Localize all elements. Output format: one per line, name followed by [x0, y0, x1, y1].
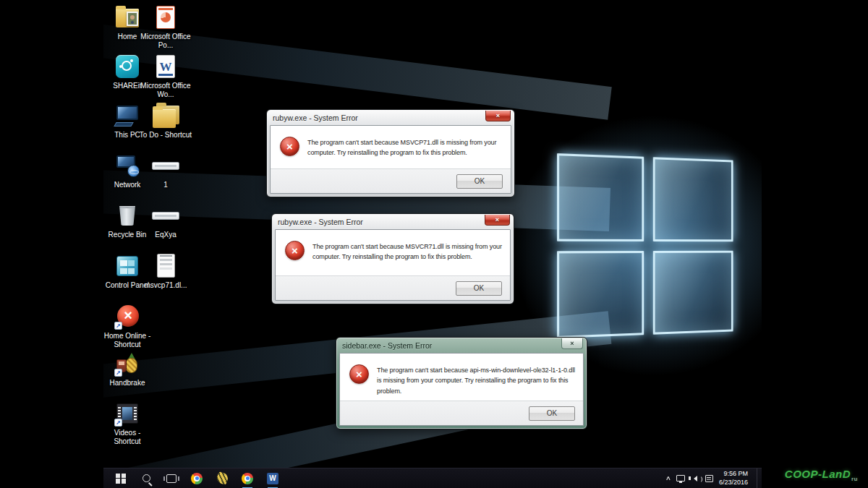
- dll-file-icon: [152, 253, 179, 279]
- word-doc-icon: W: [152, 53, 179, 80]
- folder-icon: [152, 103, 179, 129]
- watermark-text: COOP-LanD: [785, 468, 851, 480]
- tray-expand-icon[interactable]: ∧: [665, 475, 671, 481]
- watermark-suffix: ru: [851, 476, 858, 482]
- icon-label: Microsoft Office Wo...: [139, 82, 192, 99]
- taskbar-app-button[interactable]: [216, 472, 229, 485]
- shortcut-arrow-icon: ➚: [114, 369, 122, 377]
- action-center-icon[interactable]: [705, 475, 713, 482]
- search-icon: [142, 474, 150, 482]
- icon-label: To Do - Shortcut: [139, 131, 192, 140]
- error-icon: ×: [280, 137, 299, 156]
- dialog-title: rubyw.exe - System Error: [273, 114, 485, 122]
- word-icon: W: [267, 473, 278, 484]
- windows-logo-pane: [653, 250, 733, 334]
- taskbar-chrome-open-button[interactable]: [241, 472, 254, 485]
- dialog-titlebar[interactable]: rubyw.exe - System Error ×: [267, 110, 514, 125]
- dialog-message: The program can't start because MSVCR71.…: [312, 241, 503, 273]
- error-icon: ×: [285, 241, 305, 260]
- close-button[interactable]: ×: [485, 111, 511, 121]
- ok-button[interactable]: OK: [456, 174, 503, 189]
- windows-start-icon: [116, 474, 126, 484]
- close-button[interactable]: ×: [485, 215, 510, 226]
- brush-app-icon: [215, 471, 229, 485]
- chrome-icon: [191, 473, 203, 484]
- chrome-icon: [242, 473, 253, 484]
- windows-logo-pane: [653, 157, 733, 241]
- error-icon: ×: [349, 364, 369, 384]
- start-button[interactable]: [114, 472, 127, 485]
- desktop-icon-ms-office-word[interactable]: W Microsoft Office Wo...: [139, 53, 192, 99]
- home-folder-icon: [114, 4, 141, 30]
- shortcut-arrow-icon: ➚: [114, 419, 122, 427]
- close-button[interactable]: ×: [561, 338, 583, 349]
- taskbar-clock[interactable]: 9:56 PM 6/23/2016: [719, 470, 751, 487]
- dialog-title: rubyw.exe - System Error: [278, 218, 485, 226]
- desktop-icon-eqxya[interactable]: EqXya: [139, 202, 192, 239]
- red-x-icon: ×➚: [114, 304, 141, 330]
- desktop-icon-ms-office-powerpoint[interactable]: Microsoft Office Po...: [139, 4, 192, 50]
- ok-button[interactable]: OK: [529, 406, 575, 421]
- desktop-icon-handbrake[interactable]: ➚ Handbrake: [101, 351, 154, 388]
- volume-icon[interactable]: [691, 476, 699, 481]
- dialog-body: × The program can't start because MSVCP7…: [270, 125, 511, 194]
- coop-land-watermark: COOP-LanDru: [785, 468, 858, 482]
- windows-hero-logo: [557, 153, 733, 338]
- dialog-message: The program can't start because api-ms-w…: [377, 364, 576, 398]
- dialog-sidebar-ole32: sidebar.exe - System Error × × The progr…: [336, 337, 587, 429]
- windows-logo-pane: [557, 251, 644, 338]
- desktop-icon-home-online-shortcut[interactable]: ×➚ Home Online - Shortcut: [101, 304, 154, 349]
- shareit-icon: [114, 53, 141, 80]
- desktop-icon-msvcp71-dll[interactable]: msvcp71.dl...: [139, 253, 192, 290]
- dialog-body: × The program can't start because MSVCR7…: [275, 229, 511, 301]
- icon-label: Videos - Shortcut: [101, 429, 154, 446]
- handbrake-icon: ➚: [114, 351, 141, 377]
- dialog-title: sidebar.exe - System Error: [342, 341, 561, 350]
- window-bar-icon: [152, 153, 179, 179]
- icon-label: EqXya: [139, 231, 192, 239]
- tray-time: 9:56 PM: [719, 470, 748, 478]
- show-desktop-divider[interactable]: [757, 468, 757, 488]
- network-icon: [114, 153, 141, 179]
- windows-logo-pane: [557, 153, 644, 241]
- tray-date: 6/23/2016: [719, 479, 748, 487]
- taskbar: W ∧ 9:56 PM 6/23/2016: [103, 468, 762, 488]
- icon-label: Handbrake: [101, 379, 154, 388]
- dialog-titlebar[interactable]: sidebar.exe - System Error ×: [336, 338, 587, 353]
- desktop-icon-videos-shortcut[interactable]: ➚ Videos - Shortcut: [101, 401, 154, 446]
- computer-icon: [114, 103, 141, 129]
- icon-label: Home Online - Shortcut: [101, 332, 154, 349]
- desktop-icon-todo-shortcut[interactable]: To Do - Shortcut: [139, 103, 192, 140]
- dialog-rubyw-msvcp71: rubyw.exe - System Error × × The program…: [266, 109, 515, 197]
- dialog-titlebar[interactable]: rubyw.exe - System Error ×: [272, 214, 514, 229]
- icon-label: Microsoft Office Po...: [139, 33, 192, 50]
- taskbar-word-open-button[interactable]: W: [266, 472, 279, 485]
- dialog-rubyw-msvcr71: rubyw.exe - System Error × × The program…: [271, 213, 514, 304]
- icon-label: 1: [139, 181, 192, 189]
- desktop-icon-1[interactable]: 1: [139, 153, 192, 189]
- video-file-icon: ➚: [114, 401, 141, 427]
- icon-label: msvcp71.dl...: [139, 281, 192, 290]
- taskbar-chrome-button[interactable]: [190, 472, 203, 485]
- dialog-message: The program can't start because MSVCP71.…: [307, 137, 503, 166]
- recycle-bin-icon: [114, 202, 141, 228]
- shortcut-arrow-icon: ➚: [114, 322, 122, 330]
- ok-button[interactable]: OK: [456, 281, 502, 296]
- task-view-icon: [166, 474, 176, 483]
- task-view-button[interactable]: [165, 472, 178, 485]
- control-panel-icon: [114, 253, 141, 279]
- dialog-body: × The program can't start because api-ms…: [339, 353, 584, 426]
- taskbar-search-button[interactable]: [140, 472, 153, 485]
- powerpoint-icon: [152, 4, 179, 30]
- video-frame: Home Microsoft Office Po... SHAREit W Mi…: [0, 0, 868, 488]
- window-bar-icon: [152, 202, 179, 228]
- network-tray-icon[interactable]: [676, 475, 685, 481]
